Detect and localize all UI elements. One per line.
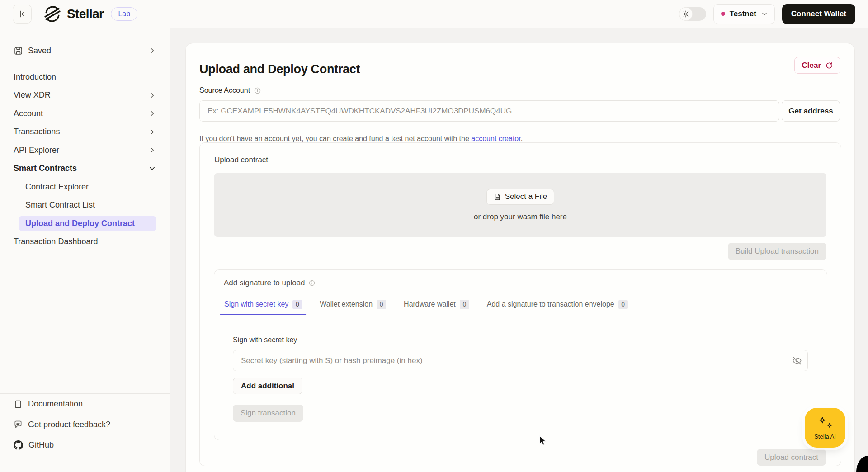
active-item-highlight: Upload and Deploy Contract (19, 216, 156, 231)
sidebar-item-account[interactable]: Account (0, 104, 170, 123)
source-account-label: Source Account (199, 86, 250, 94)
tab-add-signature-envelope[interactable]: Add a signature to transaction envelope … (486, 293, 628, 315)
stellar-logo-icon (43, 5, 61, 23)
sidebar-item-label: Saved (28, 46, 51, 56)
tab-count-badge: 0 (460, 300, 469, 309)
book-icon (14, 400, 23, 409)
upload-contract-section: Upload contract Select a File or drop yo… (199, 142, 841, 466)
sidebar-item-feedback[interactable]: Got product feedback? (0, 415, 170, 435)
sun-icon (682, 10, 690, 18)
tab-count-badge: 0 (377, 300, 386, 309)
tab-hardware-wallet[interactable]: Hardware wallet 0 (403, 293, 470, 315)
sidebar-divider (13, 64, 157, 64)
connect-wallet-button[interactable]: Connect Wallet (782, 4, 855, 24)
file-icon (494, 193, 501, 201)
upload-contract-button[interactable]: Upload contract (757, 449, 826, 466)
chevron-right-icon (149, 92, 156, 99)
account-helper-text: If you don’t have an account yet, you ca… (199, 135, 523, 143)
chevron-right-icon (149, 146, 156, 154)
secret-key-label: Sign with secret key (233, 336, 297, 344)
sidebar-item-saved[interactable]: Saved (0, 42, 170, 60)
network-name: Testnet (730, 9, 756, 19)
tab-wallet-extension[interactable]: Wallet extension 0 (319, 293, 387, 315)
toggle-visibility-button[interactable] (792, 356, 802, 366)
stellar-lab-app: Stellar Lab Testnet Connect Wallet (0, 0, 868, 472)
github-icon (14, 440, 23, 450)
add-signature-label: Add signature to upload (224, 278, 305, 288)
add-additional-button[interactable]: Add additional (233, 378, 302, 394)
sidebar: Saved Introduction View XDR Account Tran… (0, 28, 170, 472)
secret-key-field (233, 350, 808, 371)
chevron-down-icon (761, 10, 768, 18)
lab-badge: Lab (111, 7, 137, 21)
source-account-input[interactable] (199, 100, 779, 122)
sidebar-item-contract-explorer[interactable]: Contract Explorer (0, 178, 170, 196)
sidebar-item-github[interactable]: GitHub (0, 435, 170, 456)
drop-hint-text: or drop your wasm file here (474, 212, 567, 222)
chevron-right-icon (149, 110, 156, 117)
sidebar-item-api-explorer[interactable]: API Explorer (0, 141, 170, 160)
info-icon[interactable] (308, 279, 316, 287)
page-title: Upload and Deploy Contract (199, 62, 360, 76)
info-icon[interactable] (254, 87, 261, 94)
tab-sign-with-secret-key[interactable]: Sign with secret key 0 (224, 293, 302, 315)
source-account-label-row: Source Account (199, 86, 261, 94)
build-upload-transaction-button[interactable]: Build Upload transaction (728, 243, 826, 260)
sidebar-item-documentation[interactable]: Documentation (0, 394, 170, 415)
wasm-dropzone[interactable]: Select a File or drop your wasm file her… (214, 173, 826, 237)
clear-button[interactable]: Clear (794, 57, 840, 74)
brand-name: Stellar (67, 7, 104, 21)
sidebar-item-smart-contracts[interactable]: Smart Contracts (0, 160, 170, 178)
signature-tabs: Sign with secret key 0 Wallet extension … (224, 293, 817, 315)
chevron-right-icon (149, 128, 156, 136)
sign-transaction-button[interactable]: Sign transaction (233, 405, 303, 422)
main-content: Upload and Deploy Contract Clear Source … (170, 28, 868, 472)
sidebar-item-upload-deploy-contract[interactable]: Upload and Deploy Contract (0, 214, 170, 233)
refresh-icon (825, 61, 833, 70)
network-status-dot (721, 12, 725, 16)
brand-logo[interactable]: Stellar Lab (43, 5, 137, 23)
tab-count-badge: 0 (618, 300, 628, 309)
tab-count-badge: 0 (292, 300, 302, 309)
account-creator-link[interactable]: account creator (471, 135, 520, 142)
sidebar-nav: Introduction View XDR Account Transactio… (0, 68, 170, 251)
stella-ai-label: Stella AI (814, 433, 836, 440)
sidebar-item-view-xdr[interactable]: View XDR (0, 86, 170, 105)
upload-deploy-card: Upload and Deploy Contract Clear Source … (185, 43, 855, 472)
collapse-sidebar-icon (17, 9, 27, 19)
save-icon (14, 46, 23, 56)
chevron-right-icon (149, 47, 156, 54)
theme-toggle[interactable] (679, 7, 706, 21)
network-selector[interactable]: Testnet (713, 4, 775, 24)
secret-key-input[interactable] (233, 350, 808, 371)
sidebar-footer: Documentation Got product feedback? GitH… (0, 393, 170, 456)
sidebar-item-smart-contract-list[interactable]: Smart Contract List (0, 196, 170, 215)
chevron-down-icon (148, 165, 156, 172)
select-file-button[interactable]: Select a File (486, 189, 555, 205)
add-signature-section: Add signature to upload Sign with secret… (214, 269, 827, 440)
get-address-button[interactable]: Get address (782, 100, 840, 122)
sidebar-collapse-button[interactable] (13, 5, 32, 24)
top-bar: Stellar Lab Testnet Connect Wallet (0, 0, 868, 28)
stella-ai-button[interactable]: Stella AI (805, 408, 845, 448)
feedback-bubble-icon (14, 420, 23, 429)
sidebar-item-transactions[interactable]: Transactions (0, 123, 170, 142)
sparkles-icon (816, 416, 834, 431)
eye-off-icon (792, 356, 802, 366)
top-bar-actions: Testnet Connect Wallet (679, 4, 855, 24)
upload-contract-section-label: Upload contract (214, 156, 268, 165)
theme-toggle-thumb (679, 7, 693, 21)
sidebar-item-transaction-dashboard[interactable]: Transaction Dashboard (0, 233, 170, 251)
sidebar-item-introduction[interactable]: Introduction (0, 68, 170, 86)
add-signature-label-row: Add signature to upload (224, 278, 316, 288)
source-account-row: Get address (199, 100, 840, 122)
